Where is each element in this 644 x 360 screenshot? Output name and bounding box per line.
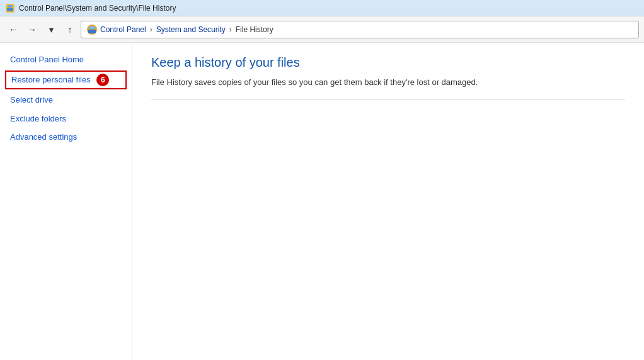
breadcrumb-file-history: File History [236, 25, 273, 34]
svg-rect-5 [89, 26, 95, 29]
sidebar-item-restore-personal-files[interactable]: Restore personal files 6 [5, 70, 127, 90]
sidebar-item-select-drive[interactable]: Select drive [0, 91, 132, 110]
svg-rect-2 [8, 5, 13, 7]
content-divider [151, 99, 625, 100]
breadcrumb-system-security[interactable]: System and Security [156, 25, 226, 34]
restore-badge: 6 [96, 74, 109, 86]
up-button[interactable]: ↑ [62, 21, 78, 38]
svg-rect-4 [88, 30, 96, 33]
titlebar-icon [5, 3, 15, 13]
address-bar[interactable]: Control Panel › System and Security › Fi… [81, 21, 639, 38]
sidebar-item-advanced-settings[interactable]: Advanced settings [0, 128, 132, 147]
content-description: File History saves copies of your files … [151, 77, 625, 87]
breadcrumb-control-panel[interactable]: Control Panel [100, 25, 146, 34]
address-icon [86, 24, 98, 35]
back-button[interactable]: ← [5, 21, 21, 38]
sidebar: Control Panel Home Restore personal file… [0, 43, 132, 360]
content-title: Keep a history of your files [151, 55, 625, 70]
sidebar-item-control-panel-home[interactable]: Control Panel Home [0, 50, 132, 69]
recent-button[interactable]: ▾ [43, 21, 59, 38]
title-bar: Control Panel\System and Security\File H… [0, 0, 644, 16]
sidebar-item-exclude-folders[interactable]: Exclude folders [0, 110, 132, 128]
content-panel: Keep a history of your files File Histor… [132, 43, 644, 360]
svg-rect-1 [7, 8, 13, 11]
main-content: Control Panel Home Restore personal file… [0, 43, 644, 360]
forward-button[interactable]: → [24, 21, 40, 38]
titlebar-text: Control Panel\System and Security\File H… [19, 4, 176, 13]
nav-bar: ← → ▾ ↑ Control Panel › System and Secur… [0, 16, 644, 43]
